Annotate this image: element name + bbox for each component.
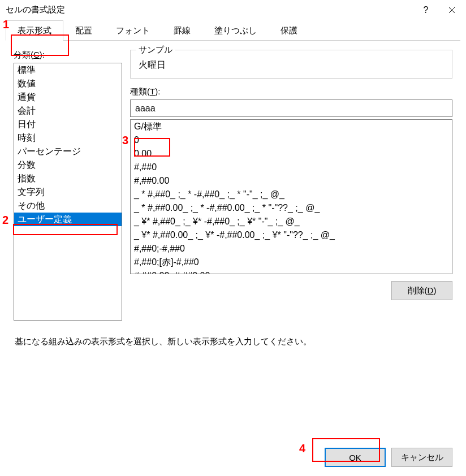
- cat-special[interactable]: その他: [14, 199, 122, 213]
- type-item[interactable]: #,##0;[赤]-#,##0: [131, 256, 452, 269]
- type-label: 種類(T):: [130, 86, 160, 97]
- tab-fill[interactable]: 塗りつぶし: [202, 20, 269, 41]
- ok-button[interactable]: OK: [325, 448, 386, 467]
- cat-percentage[interactable]: パーセンテージ: [14, 145, 122, 158]
- tab-alignment[interactable]: 配置: [63, 20, 104, 41]
- cat-fraction[interactable]: 分数: [14, 158, 122, 172]
- type-item[interactable]: _ ¥* #,##0.00_ ;_ ¥* -#,##0.00_ ;_ ¥* "-…: [131, 228, 452, 242]
- cat-currency[interactable]: 通貨: [14, 90, 122, 104]
- type-item[interactable]: 0.00: [131, 147, 452, 161]
- cancel-button[interactable]: キャンセル: [391, 448, 452, 467]
- sample-value: 火曜日: [139, 59, 444, 71]
- titlebar: セルの書式設定 ?: [0, 0, 466, 20]
- cat-scientific[interactable]: 指数: [14, 172, 122, 185]
- sample-box: サンプル 火曜日: [130, 50, 452, 79]
- cat-standard[interactable]: 標準: [14, 63, 122, 77]
- type-listbox[interactable]: G/標準 0 0.00 #,##0 #,##0.00 _ * #,##0_ ;_…: [130, 119, 452, 274]
- close-button[interactable]: [439, 1, 465, 19]
- tab-number-format[interactable]: 表示形式: [6, 20, 63, 41]
- type-item[interactable]: #,##0.00: [131, 174, 452, 188]
- cat-accounting[interactable]: 会計: [14, 104, 122, 118]
- type-item[interactable]: _ * #,##0.00_ ;_ * -#,##0.00_ ;_ * "-"??…: [131, 201, 452, 215]
- delete-button[interactable]: 削除(D): [391, 281, 452, 300]
- help-icon: ?: [424, 5, 429, 15]
- type-input[interactable]: [130, 99, 452, 117]
- category-listbox[interactable]: 標準 数値 通貨 会計 日付 時刻 パーセンテージ 分数 指数 文字列 その他 …: [14, 63, 122, 321]
- tab-protection[interactable]: 保護: [269, 20, 309, 41]
- sample-label: サンプル: [136, 45, 175, 55]
- close-icon: [448, 7, 455, 14]
- type-item[interactable]: G/標準: [131, 120, 452, 133]
- cat-text[interactable]: 文字列: [14, 185, 122, 199]
- tab-bar: 表示形式 配置 フォント 罫線 塗りつぶし 保護: [6, 20, 460, 41]
- type-item[interactable]: 0: [131, 133, 452, 147]
- type-item[interactable]: #,##0: [131, 161, 452, 174]
- type-item[interactable]: #,##0;-#,##0: [131, 242, 452, 256]
- type-item[interactable]: #,##0.00;-#,##0.00: [131, 269, 452, 274]
- cat-number[interactable]: 数値: [14, 77, 122, 90]
- type-item[interactable]: _ * #,##0_ ;_ * -#,##0_ ;_ * "-"_ ;_ @_: [131, 188, 452, 201]
- tab-font[interactable]: フォント: [104, 20, 162, 41]
- category-label: 分類(C):: [14, 50, 45, 60]
- window-title: セルの書式設定: [6, 5, 413, 15]
- help-button[interactable]: ?: [413, 1, 439, 19]
- annotation-4: 4: [299, 442, 305, 455]
- type-item[interactable]: _ ¥* #,##0_ ;_ ¥* -#,##0_ ;_ ¥* "-"_ ;_ …: [131, 215, 452, 228]
- hint-text: 基になる組み込みの表示形式を選択し、新しい表示形式を入力してください。: [15, 336, 451, 347]
- cat-time[interactable]: 時刻: [14, 131, 122, 145]
- cat-date[interactable]: 日付: [14, 118, 122, 131]
- tab-border[interactable]: 罫線: [162, 20, 202, 41]
- cat-custom[interactable]: ユーザー定義: [14, 213, 122, 226]
